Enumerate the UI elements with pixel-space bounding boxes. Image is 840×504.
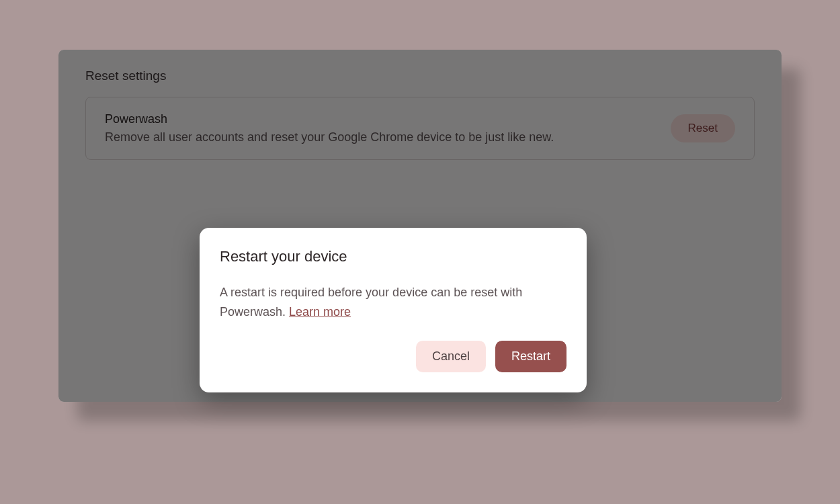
reset-settings-panel: Reset settings Powerwash Remove all user… <box>58 50 782 402</box>
dialog-actions: Cancel Restart <box>220 341 566 372</box>
cancel-button[interactable]: Cancel <box>416 341 486 372</box>
dialog-body: A restart is required before your device… <box>220 283 566 322</box>
dialog-title: Restart your device <box>220 248 566 265</box>
dialog-body-text: A restart is required before your device… <box>220 286 522 319</box>
restart-dialog: Restart your device A restart is require… <box>200 228 587 392</box>
learn-more-link[interactable]: Learn more <box>289 305 351 319</box>
restart-button[interactable]: Restart <box>495 341 566 372</box>
